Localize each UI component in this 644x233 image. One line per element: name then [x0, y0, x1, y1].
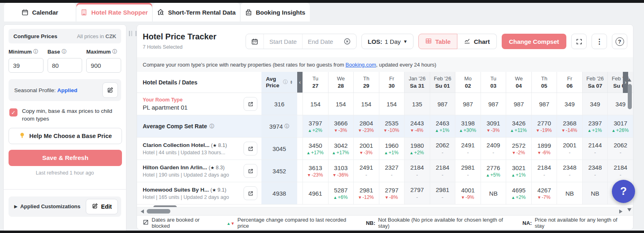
tab-booking-insights[interactable]: Booking Insights — [241, 3, 310, 22]
price-cell[interactable]: 2062- — [607, 138, 633, 160]
price-cell[interactable]: NB — [557, 182, 582, 204]
price-cell[interactable]: 154 — [302, 93, 328, 115]
price-cell[interactable]: 987 — [506, 93, 531, 115]
date-column-header[interactable]: Feb '26Sa 07 — [582, 72, 608, 93]
help-button[interactable]: ? — [612, 34, 627, 49]
calendar-icon[interactable] — [246, 34, 264, 49]
end-date-input[interactable]: End Date — [302, 34, 339, 49]
date-column-header[interactable]: Mo02 — [455, 72, 481, 93]
price-cell[interactable]: 987 — [531, 93, 557, 115]
price-cell[interactable]: 3103▾ -36% — [328, 160, 354, 182]
price-cell[interactable]: 2491- — [353, 160, 379, 182]
booking-com-link[interactable]: Booking.com — [346, 62, 376, 68]
date-column-header[interactable]: Th05 — [531, 72, 557, 93]
los-dropdown[interactable]: LOS: 1 Day ▼ — [361, 34, 413, 49]
horizontal-scroll-thumb[interactable] — [147, 209, 170, 214]
price-cell[interactable]: 2463▴ +1% — [430, 115, 455, 137]
clear-dates-icon[interactable] — [338, 34, 356, 49]
seasonal-profile-applied-link[interactable]: Applied — [57, 87, 78, 93]
external-link-button[interactable] — [244, 97, 257, 111]
info-icon[interactable]: ⓘ — [112, 48, 117, 55]
price-cell[interactable]: 2184- — [607, 160, 633, 182]
price-cell[interactable]: 2776▴ +5% — [481, 160, 506, 182]
price-cell[interactable]: 3426▴ +11% — [506, 115, 531, 137]
price-cell[interactable]: 4961 — [302, 182, 328, 204]
price-cell[interactable]: 2491- — [455, 138, 481, 160]
fullscreen-button[interactable] — [571, 34, 587, 49]
applied-customizations-toggle[interactable]: ▶ Applied Customizations — [14, 203, 80, 209]
price-cell[interactable]: 4695▴ +2% — [506, 182, 531, 204]
price-cell[interactable]: 2184- — [404, 160, 430, 182]
avg-price-header[interactable]: Avg Price ⓘ ▲▼ — [261, 72, 297, 93]
price-cell[interactable]: 2368▾ -14% — [557, 115, 582, 137]
base-input[interactable] — [48, 58, 83, 73]
date-column-header[interactable]: We04 — [506, 72, 531, 93]
price-cell[interactable]: 2443▾ -4% — [404, 115, 430, 137]
copy-prices-checkbox[interactable]: ✓ — [9, 108, 17, 116]
price-cell[interactable]: 3042▴ +17% — [328, 138, 354, 160]
price-cell[interactable]: 3450▴ +17% — [302, 138, 328, 160]
help-widget-bubble[interactable]: ? — [612, 180, 635, 203]
more-options-button[interactable]: ⋮ — [592, 34, 607, 49]
price-cell[interactable]: 3666▾ -3% — [328, 115, 354, 137]
price-cell[interactable]: 154 — [353, 93, 379, 115]
price-cell[interactable]: 1980▴ +2% — [404, 138, 430, 160]
price-cell[interactable]: 1960▴ +1% — [379, 138, 405, 160]
price-cell[interactable]: 1899▾ -6% — [531, 138, 557, 160]
info-icon[interactable]: ⓘ — [33, 48, 38, 55]
price-cell[interactable]: 2409- — [481, 138, 506, 160]
price-cell[interactable]: 5287▴ +6% — [328, 182, 354, 204]
date-column-header[interactable]: Tu03 — [481, 72, 506, 93]
price-cell[interactable]: 2348- — [582, 160, 608, 182]
price-cell[interactable]: 2797▾ -8% — [379, 182, 405, 204]
info-icon[interactable]: ⓘ — [285, 123, 289, 130]
price-cell[interactable]: 2770▾ -19% — [531, 115, 557, 137]
price-cell[interactable]: 2797- — [404, 182, 430, 204]
tab-short-term-rental-data[interactable]: Short-Term Rental Data — [153, 3, 240, 22]
help-choose-base-price-button[interactable]: Help Me Choose a Base Price — [9, 128, 122, 144]
scroll-left-arrow-icon[interactable] — [141, 209, 144, 214]
price-cell[interactable]: 349 — [582, 93, 608, 115]
price-cell[interactable]: 987 — [430, 93, 455, 115]
price-cell[interactable]: 2348- — [557, 160, 582, 182]
external-link-button[interactable] — [244, 142, 257, 155]
info-icon[interactable]: ⓘ — [209, 123, 214, 130]
price-cell[interactable]: 2184- — [531, 160, 557, 182]
price-cell[interactable]: 2981- — [455, 160, 481, 182]
table-view-button[interactable]: Table — [418, 34, 457, 49]
info-icon[interactable]: ⓘ — [283, 79, 288, 86]
maximum-input[interactable] — [86, 58, 121, 73]
date-column-header[interactable]: Th29 — [353, 72, 379, 93]
price-cell[interactable]: 135 — [404, 93, 430, 115]
horizontal-scrollbar[interactable] — [137, 207, 633, 215]
price-cell[interactable]: 4001▾ -9% — [455, 182, 481, 204]
edit-customizations-button[interactable]: Edit — [86, 199, 118, 214]
price-cell[interactable]: 987 — [455, 93, 481, 115]
change-compset-button[interactable]: Change Compset — [502, 34, 566, 49]
price-cell[interactable]: 2981▾ -12% — [353, 182, 379, 204]
external-link-button[interactable] — [244, 164, 257, 178]
price-cell[interactable]: 154 — [379, 93, 405, 115]
tab-hotel-rate-shopper[interactable]: Hotel Rate Shopper — [76, 3, 152, 22]
vertical-scroll-thumb[interactable] — [628, 84, 632, 109]
price-cell[interactable]: 2062- — [430, 138, 455, 160]
info-icon[interactable]: ⓘ — [62, 48, 67, 55]
vertical-scroll-up-arrow[interactable] — [627, 78, 631, 82]
edit-seasonal-profile-button[interactable] — [102, 82, 118, 98]
sort-icon[interactable]: ▲▼ — [290, 80, 293, 84]
date-column-header[interactable]: We28 — [328, 72, 354, 93]
price-cell[interactable]: 3091▾ -3% — [481, 115, 506, 137]
price-cell[interactable]: 3017▴ +26% — [607, 115, 633, 137]
price-cell[interactable]: 987 — [481, 93, 506, 115]
external-link-button[interactable] — [244, 186, 257, 200]
date-column-header[interactable]: Feb '26Su 01 — [430, 72, 455, 93]
price-cell[interactable]: 4267▾ -7% — [531, 182, 557, 204]
price-cell[interactable]: 3797▴ +2% — [302, 115, 328, 137]
date-column-header[interactable]: Jan '26Sa 31 — [404, 72, 430, 93]
date-column-header[interactable]: Fr30 — [379, 72, 405, 93]
price-cell[interactable]: 2535▾ -10% — [379, 115, 405, 137]
price-cell[interactable]: 2144- — [582, 138, 608, 160]
chart-view-button[interactable]: Chart — [457, 34, 496, 49]
price-cell[interactable]: 2572▾ -2% — [506, 138, 531, 160]
price-cell[interactable]: NB — [481, 182, 506, 204]
